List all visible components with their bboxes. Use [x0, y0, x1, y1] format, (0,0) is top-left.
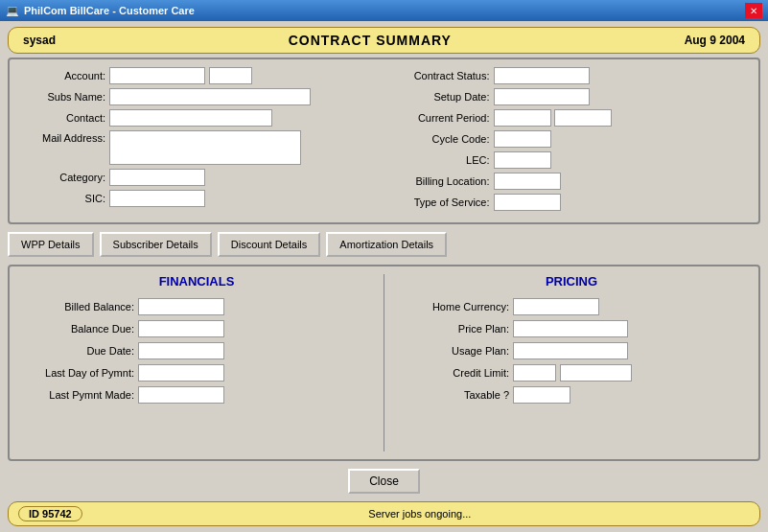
due-date-label: Due Date: — [19, 345, 134, 357]
current-period-input-1[interactable] — [494, 109, 551, 127]
header-date: Aug 9 2004 — [685, 34, 745, 47]
close-window-button[interactable]: ✕ — [745, 3, 762, 18]
financials-title: FINANCIALS — [19, 274, 374, 289]
form-left-col: Account: Subs Name: Contact: — [19, 67, 375, 215]
contact-input[interactable] — [109, 109, 272, 127]
title-bar: 💻 PhilCom BillCare - Customer Care ✕ — [0, 0, 768, 21]
last-day-input[interactable] — [138, 364, 224, 382]
taxable-input[interactable] — [513, 386, 570, 404]
usage-plan-input[interactable] — [513, 342, 628, 359]
status-message: Server jobs ongoing... — [90, 508, 750, 520]
lec-input[interactable] — [494, 151, 551, 169]
setup-date-label: Setup Date: — [394, 91, 490, 103]
close-button[interactable]: Close — [348, 469, 420, 494]
last-pymnt-label: Last Pymnt Made: — [19, 389, 134, 401]
balance-due-input[interactable] — [138, 320, 224, 337]
account-input-2[interactable] — [209, 67, 252, 84]
title-bar-text: PhilCom BillCare - Customer Care — [24, 5, 195, 16]
last-pymnt-input[interactable] — [138, 386, 224, 404]
lec-label: LEC: — [394, 154, 490, 166]
status-id: ID 95742 — [18, 506, 82, 521]
app-icon: 💻 — [6, 5, 19, 17]
current-period-label: Current Period: — [394, 112, 490, 124]
billed-balance-input[interactable] — [138, 298, 224, 315]
header-bar: sysad CONTRACT SUMMARY Aug 9 2004 — [8, 27, 760, 54]
sic-label: SIC: — [19, 193, 105, 204]
bottom-panel: FINANCIALS Billed Balance: Balance Due: … — [8, 265, 760, 461]
category-input[interactable] — [109, 169, 205, 186]
current-period-input-2[interactable] — [554, 109, 612, 127]
form-right-col: Contract Status: Setup Date: Current Per… — [394, 67, 750, 215]
setup-date-input[interactable] — [494, 88, 590, 105]
last-day-label: Last Day of Pymnt: — [19, 367, 134, 379]
home-currency-label: Home Currency: — [394, 301, 509, 312]
cycle-code-input[interactable] — [494, 130, 551, 148]
mail-address-input[interactable] — [109, 130, 301, 165]
subs-name-input[interactable] — [109, 88, 311, 105]
sic-input[interactable] — [109, 190, 205, 207]
amortization-details-button[interactable]: Amortization Details — [326, 232, 447, 257]
buttons-row: WPP Details Subscriber Details Discount … — [8, 228, 760, 261]
header-title: CONTRACT SUMMARY — [289, 33, 452, 48]
cycle-code-label: Cycle Code: — [394, 133, 490, 145]
credit-limit-input-1[interactable] — [513, 364, 556, 382]
billed-balance-label: Billed Balance: — [19, 301, 134, 312]
contract-status-input[interactable] — [494, 67, 590, 84]
account-label: Account: — [19, 70, 105, 81]
credit-limit-label: Credit Limit: — [394, 367, 509, 379]
subscriber-details-button[interactable]: Subscriber Details — [100, 232, 212, 257]
price-plan-input[interactable] — [513, 320, 628, 337]
taxable-label: Taxable ? — [394, 389, 509, 401]
mail-address-label: Mail Address: — [19, 130, 105, 144]
price-plan-label: Price Plan: — [394, 323, 509, 335]
header-user: sysad — [23, 34, 56, 47]
pricing-panel: PRICING Home Currency: Price Plan: Usage… — [384, 266, 758, 459]
type-of-service-input[interactable] — [494, 194, 561, 211]
form-section: Account: Subs Name: Contact: — [8, 58, 760, 224]
contact-label: Contact: — [19, 112, 105, 124]
close-row: Close — [8, 465, 760, 497]
pricing-title: PRICING — [394, 274, 749, 289]
contract-status-label: Contract Status: — [394, 70, 490, 81]
billing-location-label: Billing Location: — [394, 175, 490, 187]
type-of-service-label: Type of Service: — [394, 197, 490, 208]
due-date-input[interactable] — [138, 342, 224, 359]
balance-due-label: Balance Due: — [19, 323, 134, 335]
status-bar: ID 95742 Server jobs ongoing... — [8, 501, 760, 526]
usage-plan-label: Usage Plan: — [394, 345, 509, 357]
home-currency-input[interactable] — [513, 298, 599, 315]
financials-panel: FINANCIALS Billed Balance: Balance Due: … — [10, 266, 384, 459]
category-label: Category: — [19, 172, 105, 183]
discount-details-button[interactable]: Discount Details — [218, 232, 320, 257]
subs-name-label: Subs Name: — [19, 91, 105, 103]
account-input-1[interactable] — [109, 67, 205, 84]
main-window: sysad CONTRACT SUMMARY Aug 9 2004 Accoun… — [0, 21, 768, 532]
wpp-details-button[interactable]: WPP Details — [8, 232, 94, 257]
billing-location-input[interactable] — [494, 173, 561, 190]
credit-limit-input-2[interactable] — [560, 364, 632, 382]
